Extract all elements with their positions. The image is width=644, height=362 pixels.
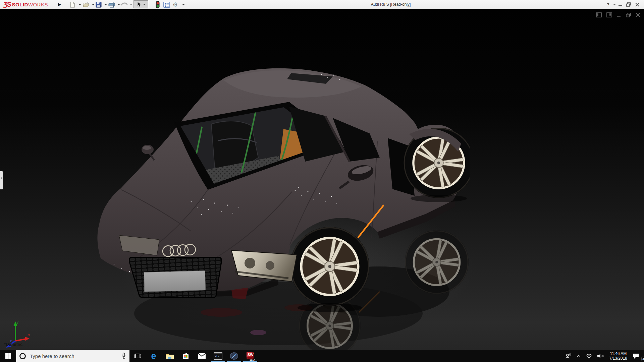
help-dropdown[interactable]	[612, 0, 616, 9]
printer-icon	[108, 1, 115, 8]
network-button[interactable]	[583, 350, 595, 362]
view-stoplight-button[interactable]	[155, 0, 160, 9]
new-document-button[interactable]	[69, 0, 76, 9]
solidworks-logo: ƷS SOLID WORKS	[3, 1, 48, 8]
mail-icon	[198, 353, 206, 359]
panel-tab-dot	[1, 177, 2, 179]
help-button[interactable]: ?	[605, 0, 611, 9]
windows-logo-icon	[5, 353, 11, 359]
people-icon	[565, 353, 572, 359]
solidworks-2017-icon: SW 2017	[246, 352, 255, 360]
taskbar-mail[interactable]	[194, 350, 210, 362]
chevron-down-icon	[130, 4, 132, 5]
rear-wheel-shadow	[411, 195, 467, 202]
featuremanager-pane-icon[interactable]	[596, 12, 602, 17]
store-icon	[182, 352, 190, 360]
doc-restore-icon[interactable]	[626, 13, 631, 17]
triad-y-label: y	[17, 320, 18, 324]
chevron-down-icon	[182, 4, 185, 5]
volume-button[interactable]	[595, 350, 607, 362]
command-prompt-icon: C:\_	[214, 352, 222, 360]
collapsed-panel-tab[interactable]	[0, 171, 3, 189]
system-tray: 11:46 AM 7/13/2018 4	[562, 350, 644, 362]
edge-icon: e	[151, 353, 156, 359]
task-view-icon	[134, 353, 141, 359]
sw-letters: SW	[248, 353, 254, 357]
wifi-icon	[586, 353, 592, 359]
close-icon	[635, 3, 639, 7]
hidden-icons-button[interactable]	[574, 350, 583, 362]
document-title: Audi R8 S [Read-only]	[371, 2, 411, 7]
chevron-down-icon	[92, 4, 95, 5]
restore-button[interactable]	[625, 0, 632, 9]
cmd-prompt-text: C:\_	[215, 355, 220, 357]
options-dropdown[interactable]	[181, 0, 185, 9]
open-folder-icon	[83, 1, 90, 8]
doc-minimize-icon[interactable]	[617, 13, 621, 17]
undo-arrow-icon	[120, 1, 128, 8]
license-plate-blank	[144, 271, 205, 292]
front-wheel-shadow	[298, 303, 362, 312]
action-center-button[interactable]: 4	[630, 350, 644, 362]
gear-icon: ⚙	[172, 1, 178, 8]
display-pane-icon	[163, 1, 170, 8]
new-document-dropdown[interactable]	[77, 0, 81, 9]
chevron-up-icon	[576, 354, 581, 358]
taskbar-edge[interactable]: e	[146, 350, 162, 362]
new-document-icon	[69, 1, 76, 8]
solidworks-logo-mark: ƷS	[3, 1, 11, 8]
view-orientation-label: *Dimetric	[4, 342, 22, 347]
file-explorer-icon	[165, 353, 174, 360]
menu-expand-button[interactable]: ▶	[56, 0, 63, 9]
sw-year: 2017	[250, 359, 255, 361]
save-dropdown[interactable]	[103, 0, 107, 9]
brand-text-works: WORKS	[28, 2, 48, 7]
car-3d-render	[91, 57, 470, 350]
task-view-button[interactable]	[129, 350, 146, 362]
minimize-icon	[619, 3, 623, 7]
task-pane-icon[interactable]	[606, 12, 612, 17]
save-button[interactable]	[95, 0, 102, 9]
search-placeholder-text: Type here to search	[30, 353, 121, 359]
chevron-down-icon	[117, 4, 120, 5]
cmd-titlebar	[214, 353, 222, 354]
display-pane-button[interactable]	[163, 0, 170, 9]
select-cursor-icon	[137, 1, 142, 7]
triad-x-label: x	[28, 333, 30, 337]
doc-close-icon[interactable]	[636, 13, 640, 17]
taskbar-clock[interactable]: 11:46 AM 7/13/2018	[607, 351, 630, 361]
hexagon-app-icon	[230, 352, 238, 360]
taskbar-store[interactable]	[178, 350, 194, 362]
mirror-left	[142, 145, 154, 160]
minimize-button[interactable]	[617, 0, 624, 9]
people-button[interactable]	[562, 350, 574, 362]
open-dropdown[interactable]	[91, 0, 95, 9]
taskbar-command-prompt[interactable]: C:\_	[210, 350, 226, 362]
tray-date: 7/13/2018	[609, 356, 627, 361]
undo-dropdown[interactable]	[129, 0, 132, 9]
select-tool-button[interactable]	[133, 0, 148, 8]
print-dropdown[interactable]	[116, 0, 120, 9]
print-button[interactable]	[108, 0, 115, 9]
front-wheel	[290, 227, 369, 306]
volume-muted-icon	[597, 353, 604, 359]
start-button[interactable]	[0, 350, 16, 362]
cortana-icon	[19, 353, 26, 359]
taskbar: Type here to search e	[0, 350, 644, 362]
chevron-down-icon	[613, 4, 616, 5]
chevron-down-icon	[78, 4, 81, 5]
graphics-viewport[interactable]: x y z *Dimetric	[0, 9, 644, 350]
undo-button[interactable]	[120, 0, 128, 9]
close-button[interactable]	[634, 0, 641, 9]
save-floppy-icon	[95, 1, 102, 8]
tray-time: 11:46 AM	[609, 351, 627, 356]
microphone-icon[interactable]	[121, 353, 126, 359]
taskbar-solidworks[interactable]: SW 2017	[242, 350, 258, 362]
open-button[interactable]	[83, 0, 90, 9]
search-input[interactable]: Type here to search	[16, 350, 129, 362]
taskbar-file-explorer[interactable]	[162, 350, 178, 362]
brand-text-solid: SOLID	[12, 2, 28, 7]
titlebar: ƷS SOLID WORKS ▶	[0, 0, 644, 9]
taskbar-hexagon-app[interactable]	[226, 350, 242, 362]
options-button[interactable]: ⚙	[172, 0, 178, 9]
